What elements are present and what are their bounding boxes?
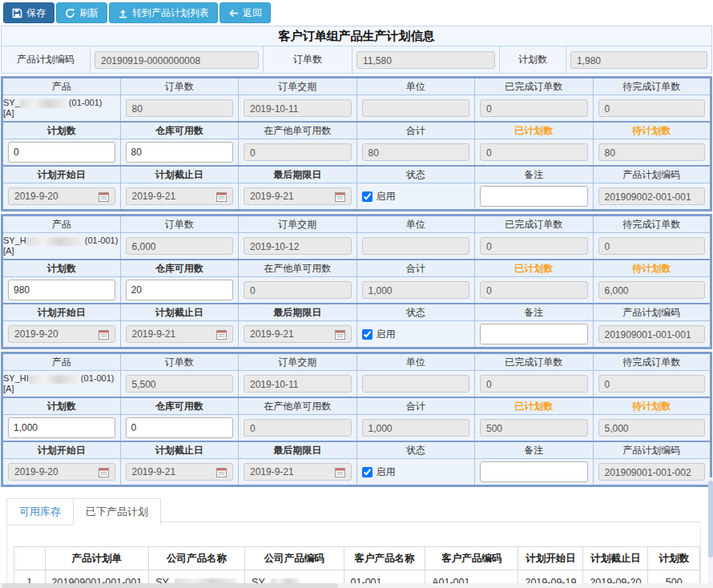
status-enabled-checkbox[interactable] bbox=[362, 467, 373, 477]
to-plan-qty-field: 80 bbox=[598, 143, 706, 161]
col-company-product-name: 公司产品名称 bbox=[149, 547, 245, 570]
start-date-picker[interactable]: 2019-9-20 bbox=[8, 187, 115, 205]
refresh-button[interactable]: 刷新 bbox=[56, 2, 107, 23]
product-block-3: 产品 订单数 订单交期 单位 已完成订单数 待完成订单数 SY_HI (01-0… bbox=[1, 352, 712, 487]
status-enabled-label: 启用 bbox=[377, 465, 396, 479]
tab-available-stock[interactable]: 可用库存 bbox=[6, 498, 74, 526]
col-unit: 单位 bbox=[356, 78, 475, 95]
status-enabled-checkbox[interactable] bbox=[362, 191, 373, 202]
col-unit: 单位 bbox=[356, 353, 475, 371]
col-to-plan-qty: 待计划数 bbox=[593, 260, 711, 277]
col-pending: 待完成订单数 bbox=[593, 215, 711, 233]
calendar-icon bbox=[216, 467, 227, 477]
col-planned-qty: 已计划数 bbox=[475, 260, 594, 277]
col-remark: 备注 bbox=[475, 441, 594, 459]
col-customer-product-name: 客户产品名称 bbox=[344, 547, 425, 570]
plan-qty-value: 1,980 bbox=[570, 51, 707, 69]
plan-qty-input[interactable] bbox=[8, 417, 115, 438]
order-qty-label: 订单数 bbox=[264, 46, 352, 73]
back-button[interactable]: 返回 bbox=[220, 2, 271, 23]
col-plan-end-date: 计划截止日 bbox=[583, 547, 648, 570]
deadline-date-picker[interactable]: 2019-9-21 bbox=[244, 325, 352, 343]
status-enabled-label: 启用 bbox=[377, 190, 396, 203]
start-date-picker[interactable]: 2019-9-20 bbox=[8, 463, 115, 481]
plan-qty-input[interactable] bbox=[8, 280, 115, 300]
vertical-scrollbar[interactable] bbox=[708, 477, 713, 583]
status-enabled-checkbox[interactable] bbox=[362, 329, 373, 340]
col-warehouse-avail: 仓库可用数 bbox=[120, 122, 239, 139]
status-enabled-label: 启用 bbox=[377, 328, 396, 341]
due-date-field: 2019-10-11 bbox=[244, 375, 352, 393]
col-status: 状态 bbox=[356, 441, 475, 459]
pending-qty-field: 0 bbox=[598, 375, 706, 393]
other-order-avail-field: 0 bbox=[244, 281, 352, 299]
planned-qty-field: 0 bbox=[480, 281, 588, 299]
plan-qty-label: 计划数 bbox=[500, 46, 566, 73]
remark-input[interactable] bbox=[480, 324, 588, 344]
plan-qty-input[interactable] bbox=[8, 142, 115, 163]
due-date-field: 2019-10-11 bbox=[244, 99, 352, 117]
col-order-qty: 订单数 bbox=[120, 353, 239, 371]
remark-input[interactable] bbox=[480, 461, 588, 482]
upload-arrow-icon bbox=[118, 8, 128, 18]
col-status: 状态 bbox=[356, 166, 475, 183]
col-plan-start-date: 计划开始日 bbox=[518, 547, 583, 570]
remark-input[interactable] bbox=[480, 186, 588, 207]
col-total: 合计 bbox=[356, 397, 475, 415]
completed-qty-field: 0 bbox=[480, 99, 588, 117]
total-field: 80 bbox=[362, 143, 470, 161]
to-plan-qty-field: 5,000 bbox=[598, 419, 706, 437]
save-button[interactable]: 保存 bbox=[3, 2, 54, 23]
col-due-date: 订单交期 bbox=[239, 78, 357, 95]
warehouse-avail-input[interactable] bbox=[126, 280, 234, 300]
calendar-icon bbox=[99, 467, 109, 477]
end-date-picker[interactable]: 2019-9-21 bbox=[126, 325, 234, 343]
col-deadline: 最后期限日 bbox=[239, 441, 357, 459]
plan-code-value: 20190919-0000000008 bbox=[95, 51, 259, 69]
col-due-date: 订单交期 bbox=[239, 215, 357, 233]
save-icon bbox=[12, 8, 22, 18]
col-end-date: 计划截止日 bbox=[120, 441, 239, 459]
col-completed: 已完成订单数 bbox=[475, 215, 594, 233]
goto-plan-list-button[interactable]: 转到产品计划列表 bbox=[109, 2, 218, 23]
col-start-date: 计划开始日 bbox=[2, 304, 121, 321]
order-qty-field: 80 bbox=[126, 99, 234, 117]
tab-panel: 产品计划单 公司产品名称 公司产品编码 客户产品名称 客户产品编码 计划开始日 … bbox=[6, 526, 701, 588]
tab-placed-product-plans[interactable]: 已下产品计划 bbox=[73, 498, 161, 526]
plan-code-field: 201909001-001-001 bbox=[598, 325, 706, 343]
col-completed: 已完成订单数 bbox=[475, 78, 594, 95]
back-arrow-icon bbox=[228, 8, 239, 18]
col-customer-product-code: 客户产品编码 bbox=[425, 547, 518, 570]
end-date-picker[interactable]: 2019-9-21 bbox=[126, 463, 234, 481]
col-pending: 待完成订单数 bbox=[593, 78, 711, 95]
col-product: 产品 bbox=[2, 215, 121, 233]
start-date-picker[interactable]: 2019-9-20 bbox=[8, 325, 115, 343]
col-due-date: 订单交期 bbox=[239, 353, 357, 371]
col-warehouse-avail: 仓库可用数 bbox=[120, 260, 239, 277]
end-date-picker[interactable]: 2019-9-21 bbox=[126, 187, 234, 205]
calendar-icon bbox=[335, 467, 345, 477]
order-qty-value: 11,580 bbox=[356, 51, 495, 69]
col-deadline: 最后期限日 bbox=[239, 304, 357, 321]
bottom-section: 可用库存 已下产品计划 产品计划单 公司产品名称 公司产品编码 客户产品名称 客… bbox=[0, 498, 713, 588]
calendar-icon bbox=[335, 329, 345, 340]
col-plan-qty: 计划数 bbox=[2, 122, 121, 139]
deadline-date-picker[interactable]: 2019-9-21 bbox=[244, 463, 352, 481]
warehouse-avail-input[interactable] bbox=[126, 142, 234, 163]
col-other-order-avail: 在产他单可用数 bbox=[239, 397, 357, 415]
plan-code-field: 201909002-001-001 bbox=[598, 187, 706, 205]
unit-field bbox=[362, 237, 470, 255]
col-blank bbox=[14, 547, 46, 570]
deadline-date-picker[interactable]: 2019-9-21 bbox=[244, 187, 352, 205]
horizontal-scrollbar[interactable] bbox=[0, 583, 713, 588]
save-button-label: 保存 bbox=[26, 6, 46, 20]
tabs: 可用库存 已下产品计划 bbox=[6, 498, 713, 526]
warehouse-avail-input[interactable] bbox=[126, 417, 234, 438]
horizontal-scrollbar-thumb[interactable] bbox=[2, 583, 338, 588]
toolbar: 保存 刷新 转到产品计划列表 返回 bbox=[0, 0, 713, 26]
product-name: SY_HI (01-001)[A] bbox=[2, 371, 121, 398]
col-plan-code: 产品计划编码 bbox=[593, 304, 711, 321]
col-warehouse-avail: 仓库可用数 bbox=[120, 397, 239, 415]
page-title: 客户订单组产品生产计划信息 bbox=[1, 26, 712, 46]
col-order-qty: 订单数 bbox=[120, 215, 239, 233]
